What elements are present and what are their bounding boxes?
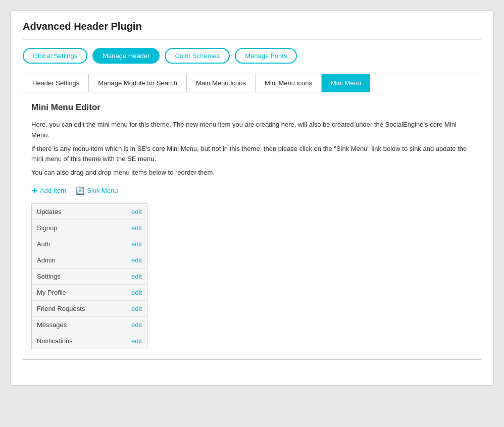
divider bbox=[23, 39, 481, 40]
menu-item-row: Authedit bbox=[32, 236, 147, 252]
top-nav: Global SettingsManage HeaderColor Scheme… bbox=[23, 48, 481, 64]
menu-item-row: Updatesedit bbox=[32, 204, 147, 220]
tabs-bar: Header SettingsManage Module for SearchM… bbox=[23, 74, 481, 92]
menu-item-row: Adminedit bbox=[32, 252, 147, 269]
menu-item-name: Settings bbox=[37, 273, 61, 280]
tab-content: Mini Menu Editor Here, you can edit the … bbox=[23, 92, 481, 360]
menu-item-name: Messages bbox=[37, 321, 67, 329]
info-line-2: If there is any menu item which is in SE… bbox=[31, 144, 473, 165]
menu-item-edit-link[interactable]: edit bbox=[131, 305, 142, 312]
menu-item-edit-link[interactable]: edit bbox=[131, 273, 142, 280]
menu-item-edit-link[interactable]: edit bbox=[131, 337, 142, 345]
menu-item-name: Signup bbox=[37, 224, 57, 232]
sink-icon: 🔄 bbox=[75, 186, 85, 195]
menu-item-edit-link[interactable]: edit bbox=[131, 224, 142, 232]
menu-item-row: Friend Requestsedit bbox=[32, 301, 147, 317]
menu-item-row: Messagesedit bbox=[32, 317, 147, 333]
menu-item-name: Updates bbox=[37, 208, 61, 216]
tab-header-settings[interactable]: Header Settings bbox=[23, 74, 89, 92]
add-item-link[interactable]: ✚ Add Item bbox=[31, 186, 66, 195]
menu-item-edit-link[interactable]: edit bbox=[131, 289, 142, 296]
menu-item-row: Settingsedit bbox=[32, 269, 147, 285]
page-title: Advanced Header Plugin bbox=[23, 21, 481, 32]
menu-item-name: Auth bbox=[37, 240, 51, 248]
menu-item-row: Signupedit bbox=[32, 220, 147, 236]
section-title: Mini Menu Editor bbox=[31, 102, 473, 113]
tab-mini-menu-icons[interactable]: Mini Menu icons bbox=[256, 74, 322, 92]
menu-item-row: My Profileedit bbox=[32, 285, 147, 301]
info-line-3: You can also drag and drop menu items be… bbox=[31, 168, 473, 178]
menu-item-name: Friend Requests bbox=[37, 305, 85, 312]
sink-menu-link[interactable]: 🔄 Sink Menu bbox=[75, 186, 118, 195]
menu-item-name: Admin bbox=[37, 256, 56, 264]
menu-item-name: Notifications bbox=[37, 337, 73, 345]
menu-item-edit-link[interactable]: edit bbox=[131, 208, 142, 216]
tab-main-menu-icons[interactable]: Main Menu Icons bbox=[187, 74, 256, 92]
menu-item-edit-link[interactable]: edit bbox=[131, 256, 142, 264]
menu-item-name: My Profile bbox=[37, 289, 66, 296]
info-line-1: Here, you can edit the mini menu for thi… bbox=[31, 120, 473, 141]
plus-icon: ✚ bbox=[31, 186, 38, 195]
tab-manage-module-search[interactable]: Manage Module for Search bbox=[89, 74, 187, 92]
nav-btn-manage-header[interactable]: Manage Header bbox=[92, 48, 160, 64]
menu-item-edit-link[interactable]: edit bbox=[131, 240, 142, 248]
add-item-label: Add Item bbox=[40, 187, 66, 194]
tab-mini-menu[interactable]: Mini Menu bbox=[322, 74, 370, 92]
menu-items-list: UpdateseditSignupeditAutheditAdmineditSe… bbox=[31, 203, 147, 349]
nav-btn-color-schemes[interactable]: Color Schemes bbox=[165, 48, 230, 64]
main-container: Advanced Header Plugin Global SettingsMa… bbox=[10, 10, 494, 386]
nav-btn-global-settings[interactable]: Global Settings bbox=[23, 48, 87, 64]
menu-item-edit-link[interactable]: edit bbox=[131, 321, 142, 329]
menu-item-row: Notificationsedit bbox=[32, 333, 147, 349]
nav-btn-manage-fonts[interactable]: Manage Fonts bbox=[235, 48, 297, 64]
action-links: ✚ Add Item 🔄 Sink Menu bbox=[31, 186, 473, 195]
sink-menu-label: Sink Menu bbox=[87, 187, 118, 194]
